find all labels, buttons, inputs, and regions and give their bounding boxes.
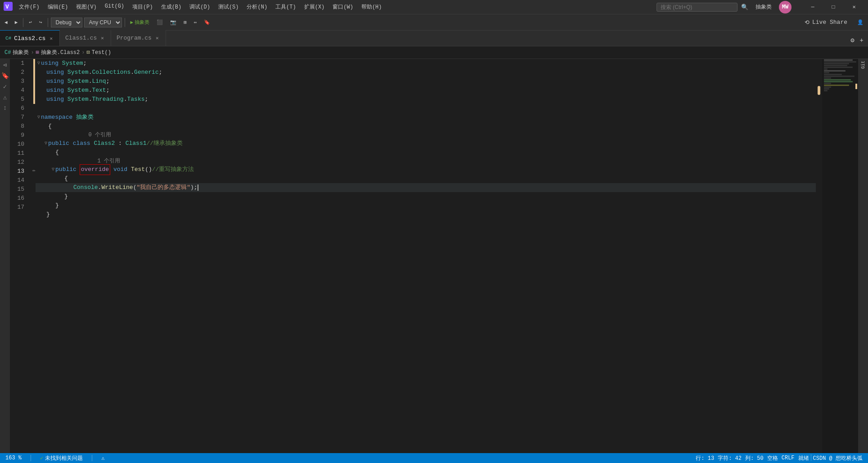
svg-text:V: V [5, 4, 9, 10]
code-line-3: using System.Linq; [36, 77, 816, 86]
scrollbar-thumb[interactable] [818, 86, 820, 95]
live-share-icon: ⟲ [805, 19, 810, 26]
toolbar-undo[interactable]: ↩ [26, 18, 35, 27]
menu-file[interactable]: 文件(F) [15, 1, 43, 13]
vs-logo: V [4, 2, 13, 13]
menu-git[interactable]: Git(G) [101, 1, 128, 13]
toolbar-redo[interactable]: ↪ [36, 18, 45, 27]
menu-analyze[interactable]: 分析(N) [243, 1, 271, 13]
ref-hint-class2: 0 个引用 [36, 131, 816, 139]
menu-build[interactable]: 生成(B) [157, 1, 185, 13]
status-no-issues[interactable]: ✓ 未找到相关问题 [38, 454, 85, 462]
toolbar-nav[interactable]: 🔖 [201, 18, 213, 27]
status-issues-text: 未找到相关问题 [45, 454, 83, 462]
tab-add-icon[interactable]: + [857, 35, 866, 46]
activity-source-control[interactable]: ⊲ [1, 61, 9, 69]
status-col-label: 字符: 42 [718, 454, 742, 462]
tab-class2-close[interactable]: ✕ [48, 35, 54, 42]
menu-bar: 文件(F) 编辑(E) 视图(V) Git(G) 项目(P) 生成(B) 调试(… [15, 1, 657, 13]
minimap-line-10 [824, 77, 831, 79]
menu-extensions[interactable]: 扩展(X) [301, 1, 328, 13]
search-icon[interactable]: 🔍 [741, 4, 748, 11]
line-num-12: 12 [10, 158, 28, 167]
toolbar-forward[interactable]: ▶ [12, 18, 21, 27]
activity-indent[interactable]: ↕ [1, 104, 9, 112]
menu-debug[interactable]: 调试(D) [186, 1, 214, 13]
activity-test[interactable]: ✓ [1, 82, 9, 90]
rs-git-icon[interactable]: Git [859, 61, 867, 69]
code-line-9: ▽ public class Class2 : Class1//继承抽象类 [36, 139, 816, 148]
line-num-9: 9 [10, 131, 28, 140]
code-editor[interactable]: ▽ using System; using System.Collections… [36, 59, 816, 453]
right-sidebar: Git [858, 59, 868, 453]
status-row[interactable]: 行: 13 [694, 454, 716, 462]
maximize-button[interactable]: □ [823, 0, 844, 14]
activity-warning[interactable]: ⚠ [1, 93, 9, 101]
code-line-13[interactable]: Console.WriteLine("我自己的多态逻辑"); [36, 183, 816, 192]
breadcrumb-project[interactable]: 抽象类 [13, 49, 29, 56]
menu-edit[interactable]: 编辑(E) [44, 1, 72, 13]
line-num-7: 7 [10, 113, 28, 122]
status-col[interactable]: 字符: 42 [716, 454, 743, 462]
activity-bookmark[interactable]: 🔖 [1, 72, 9, 80]
tab-program[interactable]: Program.cs ✕ [111, 30, 166, 46]
status-branch[interactable]: 就绪 [796, 454, 811, 462]
status-check-icon: ✓ [40, 455, 43, 462]
activity-bar-left: ⊲ 🔖 ✓ ⚠ ↕ [0, 59, 10, 453]
editor-scrollbar[interactable] [816, 59, 822, 453]
live-share-button[interactable]: ⟲ Live Share [799, 17, 853, 28]
menu-help[interactable]: 帮助(H) [358, 1, 386, 13]
status-spaces[interactable]: 空格 [765, 454, 780, 462]
fold-btn-11[interactable]: ▽ [52, 165, 54, 174]
minimap-line-11b [824, 81, 853, 82]
toolbar-arrows[interactable]: ⇔ [191, 18, 200, 27]
minimize-button[interactable]: ─ [802, 0, 823, 14]
toolbar-bookmark[interactable]: ⊞ [181, 18, 189, 27]
tab-bar-controls: ⚙ + [848, 35, 868, 46]
status-errors[interactable]: ⚠ [99, 455, 106, 462]
code-line-5: using System.Threading.Tasks; [36, 95, 816, 104]
status-csdn[interactable]: CSDN @ 想吃桥头弧 [811, 454, 864, 462]
code-line-16: } [36, 210, 816, 219]
breadcrumb-method[interactable]: Test() [92, 49, 111, 56]
line-num-17: 17 [10, 203, 28, 212]
toolbar-camera[interactable]: 📷 [167, 18, 179, 27]
menu-tools[interactable]: 工具(T) [272, 1, 300, 13]
toolbar-profile[interactable]: 👤 [855, 18, 866, 27]
code-line-4: using System.Text; [36, 86, 816, 95]
start-debug-button[interactable]: ▶ 抽象类 [128, 18, 153, 27]
minimap-line-6 [824, 68, 828, 70]
line-num-3: 3 [10, 77, 28, 86]
menu-window[interactable]: 窗口(W) [329, 1, 357, 13]
fold-btn-7[interactable]: ▽ [37, 113, 40, 122]
tab-class1-close[interactable]: ✕ [99, 35, 105, 41]
menu-project[interactable]: 项目(P) [129, 1, 157, 13]
minimap-line-9b [824, 76, 855, 77]
breadcrumb-class[interactable]: 抽象类.Class2 [41, 49, 80, 56]
fold-btn-1[interactable]: ▽ [37, 59, 40, 68]
tab-settings-icon[interactable]: ⚙ [848, 35, 857, 46]
status-encoding[interactable]: CRLF [780, 454, 796, 462]
fold-btn-9[interactable]: ▽ [45, 139, 47, 148]
toolbar-back[interactable]: ◀ [2, 18, 10, 27]
close-button[interactable]: ✕ [844, 0, 864, 14]
line-num-10: 10 [10, 140, 28, 149]
menu-test[interactable]: 测试(S) [215, 1, 243, 13]
status-zoom[interactable]: 163 % [4, 455, 23, 461]
tab-program-close[interactable]: ✕ [154, 35, 160, 41]
platform-select[interactable]: Any CPU [84, 18, 122, 27]
toolbar-misc[interactable]: ⬛ [154, 18, 166, 27]
minimap-line-13 [824, 85, 849, 86]
tab-class1[interactable]: Class1.cs ✕ [60, 30, 111, 46]
status-col2[interactable]: 列: 50 [743, 454, 765, 462]
debug-config-select[interactable]: Debug [51, 18, 82, 27]
code-line-1: ▽ using System; [36, 59, 816, 68]
tab-class2[interactable]: C# Class2.cs ✕ [0, 30, 60, 46]
user-avatar[interactable]: MW [779, 1, 792, 13]
line-num-2: 2 [10, 68, 28, 77]
solution-name: 抽象类 [756, 3, 772, 11]
search-input[interactable] [657, 3, 738, 12]
breadcrumb-ns-icon: ⊞ [36, 49, 39, 56]
menu-view[interactable]: 视图(V) [72, 1, 100, 13]
line-num-11: 11 [10, 149, 28, 158]
